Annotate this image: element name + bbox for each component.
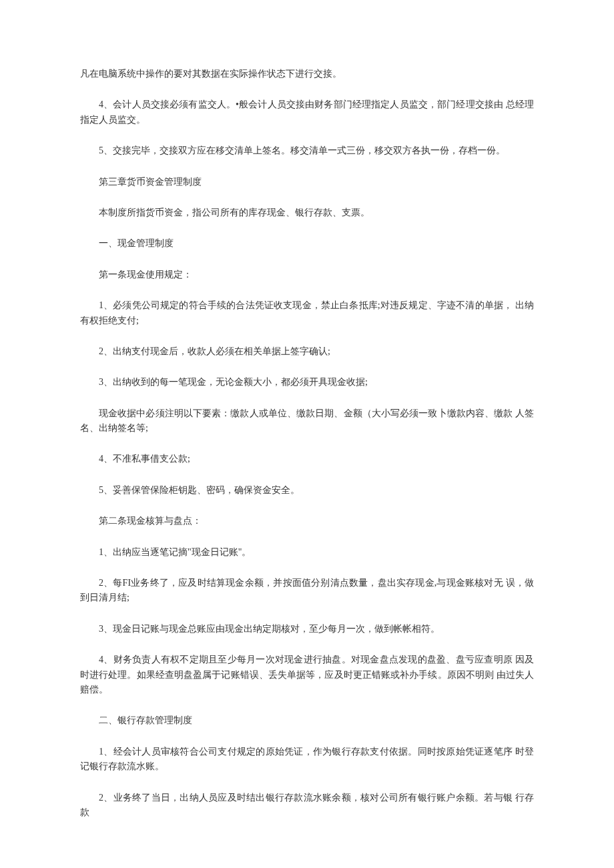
article-1-item-2: 2、出纳支付现金后，收款人必须在相关单据上签字确认; [80, 344, 534, 359]
paragraph-item-5: 5、交接完毕，交接双方应在移交清单上签名。移交清单一式三份，移交双方各执一份，存… [80, 143, 534, 158]
article-1-item-5: 5、妥善保管保险柜钥匙、密码，确保资金安全。 [80, 483, 534, 498]
article-1-heading: 第一条现金使用规定： [80, 268, 534, 282]
paragraph-item-4: 4、会计人员交接必须有监交人。•般会计人员交接由财务部门经理指定人员监交，部门经… [80, 97, 534, 127]
article-1-item-4: 4、不准私事借支公款; [80, 452, 534, 466]
paragraph-continuation: 凡在电脑系统中操作的要对其数据在实际操作状态下进行交接。 [80, 67, 534, 81]
article-2-item-4: 4、财务负责人有权不定期且至少每月一次对现金进行抽盘。对现金盘点发现的盘盈、盘亏… [80, 653, 534, 697]
article-2-item-1: 1、出纳应当逐笔记摘"现金日记账"。 [80, 545, 534, 560]
article-1-item-3: 3、出纳收到的每一笔现金，无论金额大小，都必须开具现金收据; [80, 375, 534, 390]
section-1-heading: 一、现金管理制度 [80, 236, 534, 251]
article-2-item-2: 2、每FI业务终了，应及时结算现金余额，并按面值分别清点数量，盘出实存现金,与现… [80, 576, 534, 606]
article-2-heading: 第二条现金核算与盘点： [80, 514, 534, 528]
chapter-3-intro: 本制度所指货币资金，指公司所有的库存现金、银行存款、支票。 [80, 205, 534, 220]
chapter-3-heading: 第三章货币资金管理制度 [80, 175, 534, 189]
article-2-item-3: 3、现金日记账与现金总账应由现金出纳定期核对，至少每月一次，做到帐帐相符。 [80, 622, 534, 636]
section-2-heading: 二、银行存款管理制度 [80, 713, 534, 728]
section-2-item-1: 1、经会计人员审核符合公司支付规定的原始凭证，作为银行存款支付依据。同时按原始凭… [80, 745, 534, 775]
article-1-item-3-detail: 现金收据中必须注明以下要素：缴款人或单位、缴款日期、金额（大小写必须一致卜缴款内… [80, 406, 534, 436]
section-2-item-2: 2、业务终了当日，出纳人员应及时结出银行存款流水账余额，核对公司所有银行账户余额… [80, 791, 534, 821]
article-1-item-1: 1、必须凭公司规定的符合手续的合法凭证收支现金，禁止白条抵库;对违反规定、字迹不… [80, 298, 534, 328]
